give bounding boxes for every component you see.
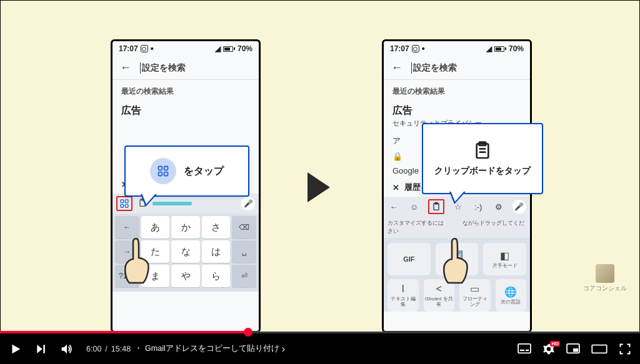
back-arrow-icon[interactable]: ← — [120, 61, 131, 74]
search-input[interactable]: 設定を検索 — [411, 62, 457, 74]
svg-rect-22 — [592, 345, 606, 353]
signal-icon: ◢ — [215, 44, 221, 53]
svg-rect-19 — [526, 349, 529, 350]
mic-icon[interactable]: 🎤 — [241, 197, 255, 210]
instagram-icon — [412, 45, 419, 52]
tool-lang[interactable]: 🌐次の言語 — [496, 279, 527, 312]
callout-tap-grid: をタップ — [124, 145, 249, 197]
callout-text: をタップ — [184, 165, 224, 178]
sticker-icon[interactable]: ☺ — [408, 202, 420, 212]
kana-key[interactable]: ⏎ — [232, 265, 256, 287]
kana-key[interactable]: さ — [202, 216, 231, 239]
play-button[interactable] — [9, 342, 22, 356]
recent-label: 最近の検索結果 — [112, 80, 259, 101]
channel-watermark[interactable]: コアコンシェル — [583, 264, 627, 293]
svg-rect-0 — [121, 200, 124, 203]
lock-icon: 🔒 — [392, 152, 402, 161]
svg-rect-9 — [164, 167, 168, 170]
status-bar: 17:07 • ◢ 70% — [384, 41, 530, 56]
svg-rect-10 — [159, 172, 162, 176]
status-time: 17:07 — [119, 44, 138, 53]
svg-rect-18 — [520, 349, 524, 350]
svg-rect-1 — [125, 200, 128, 203]
miniplayer-button[interactable] — [566, 343, 580, 355]
callout-tap-clipboard: クリップボードをタップ — [422, 123, 543, 194]
customize-hint: カスタマイズするにはXXXXXながらドラッグしてください — [384, 217, 530, 238]
clipboard-icon — [472, 140, 492, 160]
grid-icon-highlighted[interactable] — [116, 196, 132, 211]
mic-icon[interactable]: 🎤 — [512, 200, 526, 214]
ad-label[interactable]: 広告 — [384, 101, 530, 119]
status-bar: 17:07 • ◢ 70% — [112, 41, 259, 56]
svg-rect-8 — [159, 167, 162, 170]
search-input[interactable]: 設定を検索 — [140, 62, 186, 74]
kana-key[interactable]: か — [171, 216, 200, 239]
kana-key[interactable]: ␣ — [232, 240, 256, 263]
svg-rect-2 — [121, 204, 124, 207]
kana-key[interactable]: や — [171, 265, 200, 287]
back-icon[interactable]: ← — [388, 202, 400, 212]
settings-icon[interactable]: ⚙ — [492, 202, 505, 212]
svg-rect-16 — [43, 345, 45, 353]
search-row: ← 設定を検索 — [112, 56, 259, 79]
battery-icon — [494, 46, 506, 52]
kana-key[interactable]: あ — [141, 216, 170, 239]
instagram-icon — [141, 45, 148, 52]
fullscreen-button[interactable] — [619, 343, 631, 355]
back-arrow-icon[interactable]: ← — [391, 61, 402, 74]
svg-rect-11 — [164, 172, 168, 176]
kana-key[interactable]: ← — [115, 216, 139, 239]
svg-rect-3 — [125, 204, 128, 207]
kana-key[interactable]: な — [171, 240, 200, 263]
chapter-title-link[interactable]: ・ Gmailアドレスをコピーして貼り付け › — [134, 343, 285, 355]
status-dots-icon: • — [422, 44, 425, 54]
pointing-hand-icon — [439, 237, 472, 285]
suggestion-text-bar — [152, 202, 192, 205]
search-row: ← 設定を検索 — [384, 56, 530, 79]
kana-key[interactable]: は — [202, 240, 231, 263]
emoticon-icon[interactable]: :-) — [472, 202, 484, 212]
time-display: 6:00 / 15:48 ・ Gmailアドレスをコピーして貼り付け › — [86, 343, 285, 355]
settings-button[interactable]: HD — [542, 343, 555, 355]
battery-pct: 70% — [509, 44, 524, 53]
tool-gif[interactable]: GIF — [388, 243, 431, 275]
video-content-area: 17:07 • ◢ 70% ← 設定を検索 最近の検索結果 広告 ✕ 履歴を削除 — [1, 1, 639, 332]
kana-key[interactable]: ら — [202, 265, 231, 287]
theater-button[interactable] — [591, 343, 608, 355]
volume-button[interactable] — [60, 342, 74, 356]
signal-icon: ◢ — [486, 44, 492, 53]
battery-pct: 70% — [238, 44, 252, 53]
next-button[interactable] — [35, 343, 48, 355]
grid-icon-circle — [150, 158, 176, 184]
recent-label: 最近の検索結果 — [384, 80, 530, 101]
clipboard-icon-highlighted[interactable] — [428, 199, 444, 214]
tool-onehand[interactable]: ◧片手モード — [483, 243, 526, 275]
callout-text: クリップボードをタップ — [434, 165, 531, 177]
arrow-right-icon — [308, 172, 330, 202]
svg-rect-17 — [518, 343, 531, 352]
pointing-hand-icon — [121, 237, 153, 285]
kana-key[interactable]: ⌫ — [232, 216, 256, 239]
battery-icon — [223, 46, 235, 52]
svg-rect-21 — [573, 348, 578, 352]
video-controls-bar: 6:00 / 15:48 ・ Gmailアドレスをコピーして貼り付け › HD — [0, 333, 640, 364]
captions-button[interactable] — [518, 343, 531, 355]
hd-badge: HD — [550, 341, 560, 347]
ad-label[interactable]: 広告 — [112, 101, 259, 119]
tool-textedit[interactable]: Iテキスト編集 — [388, 279, 419, 312]
status-time: 17:07 — [390, 44, 409, 53]
close-icon: ✕ — [392, 183, 399, 192]
status-dots-icon: • — [151, 44, 154, 54]
